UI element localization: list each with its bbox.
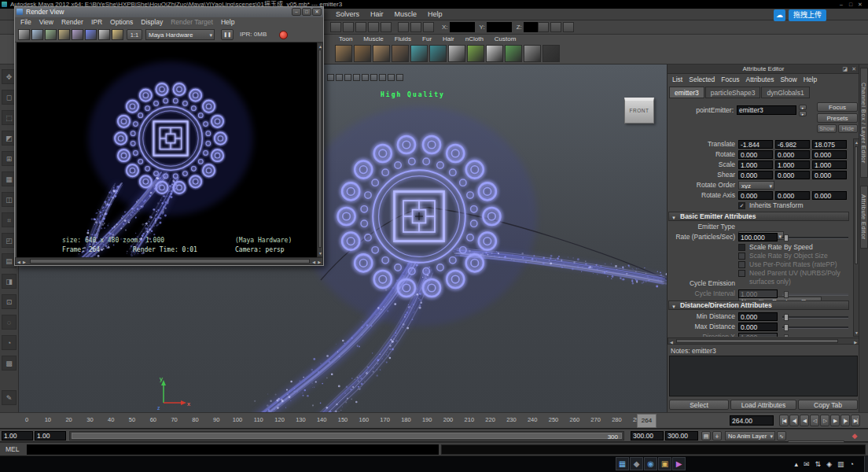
status-icon[interactable] — [355, 22, 366, 32]
current-time-field[interactable] — [730, 415, 774, 426]
shelf-tab-ncloth[interactable]: nCloth — [460, 35, 489, 44]
taskbar-app-browser-icon[interactable]: ◉ — [644, 457, 657, 470]
tool-icon[interactable]: ◔ — [2, 335, 17, 350]
play-backward-button[interactable]: ◁ — [810, 415, 819, 426]
anim-layer-dropdown[interactable]: No Anim Layer — [725, 431, 775, 441]
render-view-menu-render[interactable]: Render — [57, 17, 87, 28]
ae-tab-dynGlobals1[interactable]: dynGlobals1 — [761, 87, 809, 98]
render-view-image[interactable]: size: 640 x 480 zoom: 1.000 (Maya Hardwa… — [17, 42, 317, 257]
transform-value-field[interactable]: 1.000 — [775, 160, 810, 169]
close-button[interactable]: ✕ — [855, 0, 865, 9]
tray-message-icon[interactable]: ✉ — [804, 457, 810, 471]
command-line-label[interactable]: MEL — [6, 443, 19, 456]
status-icon[interactable] — [330, 22, 341, 32]
tool-icon[interactable]: ⊡ — [2, 294, 17, 309]
ae-tab-emitter3[interactable]: emitter3 — [669, 87, 704, 98]
ipr-stop-icon[interactable] — [279, 31, 288, 39]
range-slider[interactable]: 300 — [69, 431, 624, 441]
ae-menu-show[interactable]: Show — [777, 75, 800, 85]
render-view-menu-file[interactable]: File — [17, 17, 35, 28]
status-icon[interactable] — [368, 22, 379, 32]
rotate-axis-field[interactable]: 0.000 — [738, 191, 773, 200]
show-button[interactable]: Show — [817, 124, 837, 133]
status-icon[interactable] — [410, 22, 421, 32]
taskbar-app-folder-icon[interactable]: ▣ — [658, 457, 671, 470]
add-anim-layer-icon[interactable]: ∔ — [712, 431, 722, 441]
tool-icon[interactable]: ◌ — [2, 315, 17, 330]
status-icon[interactable] — [381, 22, 392, 32]
transform-value-field[interactable]: 0.000 — [775, 150, 810, 159]
rv-save-image-icon[interactable] — [112, 29, 123, 40]
shelf-tool-icon[interactable] — [542, 45, 560, 62]
tool-icon[interactable]: ◨ — [2, 274, 17, 289]
checkbox[interactable] — [738, 244, 745, 251]
upload-button[interactable]: 拖拽上传 — [789, 9, 826, 21]
shelf-tab-fur[interactable]: Fur — [417, 35, 437, 44]
rotate-order-dropdown[interactable]: xyz — [738, 181, 774, 190]
shelf-tool-icon[interactable] — [373, 45, 390, 62]
auto-keyframe-icon[interactable]: ◆ — [849, 431, 860, 441]
shelf-tab-custom[interactable]: Custom — [489, 35, 522, 44]
paint-tool-icon[interactable]: ✎ — [2, 390, 17, 405]
rv-minimize-button[interactable]: – — [292, 8, 301, 16]
shelf-tool-icon[interactable] — [448, 45, 465, 62]
rotate-axis-field[interactable]: 0.000 — [812, 191, 847, 200]
attr-slider[interactable] — [782, 237, 848, 239]
range-slider-bar[interactable]: 300 — [72, 433, 622, 439]
ae-menu-help[interactable]: Help — [800, 75, 820, 85]
render-view-window[interactable]: Render View –□✕ FileViewRenderIPROptions… — [14, 6, 324, 266]
focus-button[interactable]: Focus — [817, 102, 858, 112]
tray-show-hidden-icon[interactable]: ▴ — [795, 457, 799, 471]
menu-solvers[interactable]: Solvers — [330, 9, 365, 20]
zoom-one-to-one-button[interactable]: 1:1 — [127, 29, 142, 40]
play-forward-button[interactable]: ▷ — [820, 415, 829, 426]
tray-clock-icon[interactable]: ◔ — [850, 457, 854, 471]
dock-tab-channel-box-layer-editor[interactable]: Channel Box / Layer Editor — [860, 68, 868, 178]
character-icon[interactable]: ∿ — [777, 431, 786, 441]
show-desktop-button[interactable] — [864, 456, 868, 472]
rv-redo-render-icon[interactable] — [31, 29, 43, 40]
axis-input-field[interactable] — [487, 22, 512, 32]
ae-tab-particleShape3[interactable]: particleShape3 — [705, 87, 761, 98]
shelf-tool-icon[interactable] — [354, 45, 371, 62]
playback-end-field[interactable] — [631, 431, 664, 441]
renderer-dropdown[interactable]: Maya Hardware — [145, 29, 215, 40]
transform-value-field[interactable]: 0.000 — [812, 150, 847, 159]
rv-maximize-button[interactable]: □ — [302, 8, 311, 16]
current-frame-marker[interactable]: 264 — [637, 414, 657, 428]
render-view-menu-options[interactable]: Options — [106, 17, 137, 28]
shelf-tool-icon[interactable] — [486, 45, 503, 62]
slider-handle[interactable] — [784, 324, 789, 331]
attr-slider[interactable] — [782, 316, 848, 319]
transform-value-field[interactable]: -1.844 — [738, 140, 773, 149]
playback-start-field[interactable] — [35, 431, 66, 441]
anim-end-field[interactable] — [665, 431, 698, 441]
menu-muscle[interactable]: Muscle — [389, 9, 423, 20]
status-icon[interactable] — [563, 22, 574, 32]
maximize-button[interactable]: □ — [846, 0, 855, 9]
select-button[interactable]: Select — [669, 400, 729, 410]
shelf-tool-icon[interactable] — [392, 45, 409, 62]
focus-arrow-icon[interactable]: ▸ — [799, 105, 807, 110]
max-distance-field[interactable]: 0.000 — [738, 323, 778, 331]
presets-button[interactable]: Presets — [817, 113, 858, 123]
dock-tab-attribute-editor[interactable]: Attribute Editor — [860, 186, 868, 249]
rv-alpha-channel-icon[interactable] — [98, 29, 110, 40]
shelf-tool-icon[interactable] — [410, 45, 428, 62]
load-attributes-button[interactable]: Load Attributes — [730, 400, 796, 410]
taskbar-app-grid-icon[interactable]: ▦ — [616, 457, 629, 470]
panel-pin-icon[interactable]: ◪ — [842, 66, 848, 72]
slider-handle[interactable] — [784, 234, 789, 242]
axis-input-field[interactable] — [450, 22, 475, 32]
step-back-key-button[interactable]: ◀| — [789, 415, 799, 426]
transform-value-field[interactable]: 0.000 — [738, 150, 773, 159]
shelf-tab-fluids[interactable]: Fluids — [389, 35, 417, 44]
attr-slider[interactable] — [782, 326, 848, 329]
step-back-frame-button[interactable]: ◀ — [800, 415, 809, 426]
tray-network-icon[interactable]: ⇅ — [815, 457, 822, 471]
rv-close-button[interactable]: ✕ — [312, 8, 322, 16]
slider-handle[interactable] — [784, 314, 789, 321]
shelf-tab-toon[interactable]: Toon — [333, 35, 358, 44]
taskbar-app-tool-icon[interactable]: ◆ — [630, 457, 643, 470]
rate-field[interactable]: 100.000 — [738, 233, 778, 242]
